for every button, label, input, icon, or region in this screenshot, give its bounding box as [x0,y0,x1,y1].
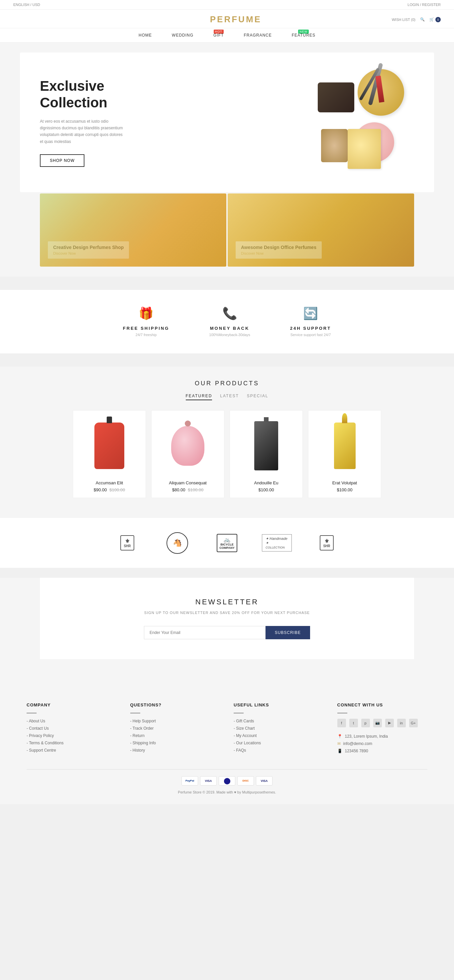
footer-link-track[interactable]: Track Order [130,726,221,731]
feature-support: 🔄 24H SUPPORT Service support fast 24/7 [290,307,331,337]
language-selector[interactable]: ENGLISH / USD [13,3,40,6]
hero-banner: Exclusive Collection At vero eos et accu… [20,52,434,192]
gplus-icon[interactable]: G+ [409,719,418,727]
promo-card-left[interactable]: Creative Design Perfumes Shop Discover N… [40,194,226,267]
visa-icon: VISA [200,776,217,786]
footer-email: ✉ info@demo.com [337,741,428,746]
brand-shield: 🐴 [162,531,192,555]
linkedin-icon[interactable]: in [397,719,406,727]
footer-useful-heading: Useful Links [233,702,324,707]
facebook-icon[interactable]: f [337,719,346,727]
feature-free-shipping: 🎁 FREE SHIPPING 24/7 freeship [123,307,169,337]
brand-shr2: ⚜SHR [312,531,342,555]
footer-bottom: PayPal VISA ⬤ DISC VISA Perfume Store © … [27,769,427,794]
site-logo[interactable]: PERFUME [210,14,262,25]
header-icons: WISH LIST (0) 🔍 🛒 0 [392,17,441,22]
footer-divider-3 [233,713,244,713]
footer-grid: Company About Us Contact Us Privacy Poli… [27,702,427,756]
footer-link-return[interactable]: Return [130,733,221,738]
footer-link-privacy[interactable]: Privacy Policy [27,733,117,738]
footer: Company About Us Contact Us Privacy Poli… [0,682,454,804]
product-card-2[interactable]: Aliquam Consequat $80.00 $100.00 [151,410,224,498]
feature-support-title: 24H SUPPORT [290,326,331,331]
footer-link-giftcards[interactable]: Gift Cards [233,719,324,723]
brand-bicycle-label: 🚲 BICYCLECOMPANY [217,534,237,552]
product-price-1: $90.00 $100.00 [78,487,140,492]
product-image-4 [314,416,376,476]
footer-link-sizechart[interactable]: Size Chart [233,726,324,731]
products-section: OUR PRODUCTS FEATURED LATEST SPECIAL Acc… [0,367,454,518]
nav-gift[interactable]: HOT GIFT [213,33,224,38]
twitter-icon[interactable]: t [349,719,358,727]
shop-now-button[interactable]: SHOP NOW [40,154,84,167]
nav-features[interactable]: NEW FEATURES [292,33,316,38]
feature-support-sub: Service support fast 24/7 [290,333,331,337]
paypal-icon: PayPal [181,776,198,786]
newsletter-email-input[interactable] [144,626,265,639]
gift-icon: 🎁 [123,307,169,320]
tab-special[interactable]: SPECIAL [247,394,268,400]
brand-shr1: ⚜SHR [112,531,142,555]
footer-link-shipping[interactable]: Shipping Info [130,741,221,745]
product-image-2 [157,416,219,476]
product-price-3: $100.00 [235,487,297,492]
top-bar-right: LOGIN / REGISTER [408,3,441,6]
nav-home[interactable]: HOME [138,33,152,38]
footer-company-heading: Company [27,702,117,707]
footer-link-faqs[interactable]: FAQs [233,748,324,752]
wishlist-link[interactable]: WISH LIST (0) [392,18,416,22]
product-card-1[interactable]: Accumsan Elit $90.00 $100.00 [73,410,146,498]
cart-count: 0 [435,17,441,22]
footer-connect-heading: Connect With Us [337,702,428,707]
footer-link-about[interactable]: About Us [27,719,117,723]
login-register-link[interactable]: LOGIN / REGISTER [408,3,441,6]
tab-latest[interactable]: LATEST [220,394,239,400]
footer-questions-heading: Questions? [130,702,221,707]
top-bar-left: ENGLISH / USD [13,3,40,6]
instagram-icon[interactable]: 📷 [373,719,382,727]
brand-handmade-label: ✦ Handmade ✦COLLECTION [262,534,292,552]
pinterest-icon[interactable]: p [361,719,370,727]
promo-card-right[interactable]: Awesome Design Office Perfumes Discover … [228,194,414,267]
footer-link-help[interactable]: Help Support [130,719,221,723]
tab-featured[interactable]: FEATURED [186,394,213,400]
hero-image [275,59,414,186]
product-name-4: Erat Volutpat [314,480,376,485]
footer-divider-1 [27,713,37,713]
hero-title: Exclusive Collection [40,78,146,111]
footer-link-terms[interactable]: Terms & Conditions [27,741,117,745]
product-image-3 [235,416,297,476]
feature-moneyback-sub: 100%Moneyback-30days [209,333,250,337]
feature-moneyback-title: MONEY BACK [209,326,250,331]
product-name-1: Accumsan Elit [78,480,140,485]
footer-useful-links: Gift Cards Size Chart My Account Our Loc… [233,719,324,752]
footer-link-history[interactable]: History [130,748,221,752]
footer-link-account[interactable]: My Account [233,733,324,738]
footer-link-locations[interactable]: Our Locations [233,741,324,745]
newsletter-subscribe-button[interactable]: SUBSCRIBE [265,626,310,639]
discover-icon: DISC [237,776,254,786]
product-price-4: $100.00 [314,487,376,492]
hot-badge: HOT [214,30,224,33]
youtube-icon[interactable]: ▶ [385,719,394,727]
product-name-2: Aliquam Consequat [157,480,219,485]
search-icon[interactable]: 🔍 [420,17,425,22]
phone-icon: 📞 [209,307,250,320]
footer-link-contact[interactable]: Contact Us [27,726,117,731]
product-tabs: FEATURED LATEST SPECIAL [20,394,434,400]
footer-company: Company About Us Contact Us Privacy Poli… [27,702,117,756]
product-card-3[interactable]: Andouille Eu $100.00 [230,410,303,498]
nav-fragrance[interactable]: FRAGRANCE [244,33,271,38]
footer-link-support-centre[interactable]: Support Centre [27,748,117,752]
navigation: HOME WEDDING HOT GIFT FRAGRANCE NEW FEAT… [0,28,454,43]
cart-icon[interactable]: 🛒 0 [429,17,441,22]
product-card-4[interactable]: Erat Volutpat $100.00 [308,410,381,498]
feature-shipping-sub: 24/7 freeship [123,333,169,337]
newsletter-form: SUBSCRIBE [144,626,310,639]
brand-bicycle: 🚲 BICYCLECOMPANY [212,531,242,555]
visa2-icon: VISA [256,776,273,786]
newsletter-title: NEWSLETTER [67,598,387,606]
social-icons: f t p 📷 ▶ in G+ [337,719,428,727]
nav-wedding[interactable]: WEDDING [172,33,194,38]
footer-questions: Questions? Help Support Track Order Retu… [130,702,221,756]
